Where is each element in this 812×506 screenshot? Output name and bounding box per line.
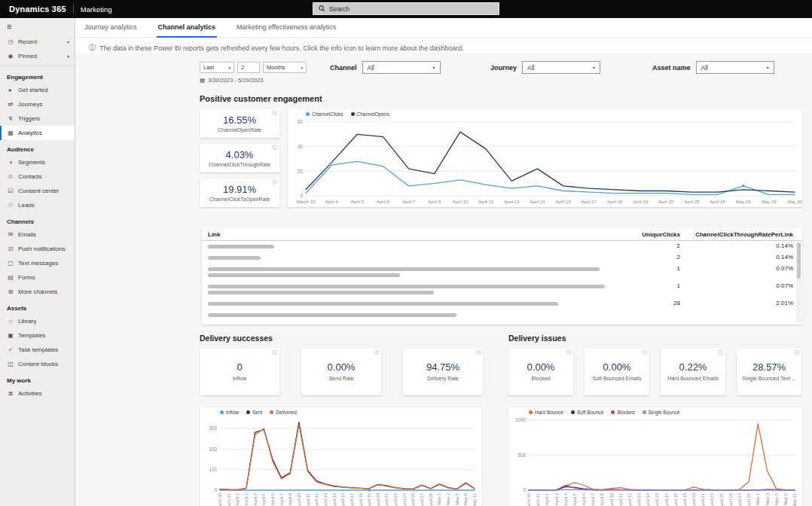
svg-text:April 21: April 21 [384, 493, 389, 506]
kpi-label: Inflow [230, 376, 249, 383]
link-cell[interactable] [208, 300, 612, 308]
sidebar-collapse-button[interactable]: ≡ [0, 18, 75, 35]
link-cell[interactable] [208, 282, 612, 297]
link-cell[interactable] [208, 242, 612, 251]
sidebar-item-consent-center[interactable]: ☑Consent center [0, 184, 75, 198]
legend-label: Soft Bounce [577, 410, 603, 415]
column-header-unique-clicks[interactable]: UniqueClicks [612, 231, 680, 238]
sidebar-item-content-blocks[interactable]: ◫Content blocks [0, 357, 75, 371]
info-icon[interactable]: ⓘ [273, 110, 278, 117]
svg-text:April 19: April 19 [633, 200, 649, 204]
asset-name-dropdown[interactable]: All ▾ [696, 61, 774, 74]
date-range-value-input[interactable] [237, 62, 260, 73]
sidebar-item-task-templates[interactable]: ✓Task templates [0, 343, 75, 357]
legend-item-inflow[interactable]: Inflow [220, 410, 239, 415]
sidebar-item-more-channels[interactable]: ⊞More channels [0, 285, 75, 299]
link-cell[interactable] [208, 265, 612, 279]
svg-text:April 26: April 26 [411, 493, 415, 506]
legend-item-channelclicks[interactable]: ChannelClicks [306, 111, 343, 117]
sidebar-item-emails[interactable]: ✉Emails [0, 227, 75, 242]
link-cell[interactable] [208, 311, 612, 319]
date-range-type-dropdown[interactable]: Last ▾ [200, 62, 234, 73]
tab-marketing-effectiveness-analytics[interactable]: Marketing effectiveness analytics [235, 23, 337, 38]
sidebar-item-analytics[interactable]: ▦Analytics [0, 126, 75, 140]
app-area-title[interactable]: Marketing [81, 5, 112, 14]
sidebar-item-get-started[interactable]: ▸Get started [0, 83, 75, 97]
sms-icon: ▢ [7, 260, 14, 267]
svg-text:April 6: April 6 [582, 493, 586, 505]
sidebar-item-contacts[interactable]: ☺Contacts [0, 169, 75, 184]
sidebar-item-label: Activities [18, 390, 42, 397]
templates-icon: ▣ [7, 332, 14, 339]
svg-text:April 14: April 14 [646, 492, 650, 506]
svg-text:0: 0 [214, 487, 217, 492]
legend-item-delivered[interactable]: Delivered [270, 410, 296, 415]
info-icon[interactable]: ⓘ [476, 349, 481, 356]
legend-swatch-icon [643, 410, 646, 414]
redacted-link-text [208, 273, 400, 277]
table-scrollbar[interactable] [796, 242, 801, 323]
info-icon[interactable]: ⓘ [566, 349, 572, 356]
app-title: Dynamics 365 [9, 5, 66, 14]
kpi-card-inflow: ⓘ 0 Inflow [200, 349, 279, 395]
legend-item-hard-bounce[interactable]: Hard Bounce [529, 410, 563, 415]
redacted-link-text [208, 267, 600, 271]
sidebar-item-pinned[interactable]: ◉Pinned▾ [0, 49, 75, 63]
column-header-link[interactable]: Link [208, 231, 612, 238]
svg-text:April 25: April 25 [719, 493, 724, 506]
sidebar-item-triggers[interactable]: ↯Triggers [0, 111, 75, 126]
date-range-unit-dropdown[interactable]: Months ▾ [263, 62, 307, 73]
legend-item-single-bounce[interactable]: Single Bounce [643, 410, 680, 415]
info-icon[interactable]: ⓘ [719, 349, 724, 356]
svg-text:April 20: April 20 [691, 493, 696, 506]
date-range-unit-value: Months [267, 64, 285, 71]
task-templates-icon: ✓ [7, 346, 14, 353]
channel-dropdown[interactable]: All ▾ [362, 61, 441, 74]
sidebar-item-text-messages[interactable]: ▢Text messages [0, 256, 75, 270]
svg-text:April 18: April 18 [359, 493, 363, 506]
legend-item-sent[interactable]: Sent [246, 410, 262, 415]
legend-swatch-icon [270, 410, 273, 414]
legend-item-blocked[interactable]: Blocked [611, 410, 634, 415]
svg-text:April 25: April 25 [402, 493, 407, 506]
info-icon[interactable]: ⓘ [89, 43, 96, 53]
svg-text:April 7: April 7 [402, 200, 416, 204]
info-icon[interactable]: ⓘ [374, 349, 380, 356]
sidebar-item-leads[interactable]: ☆Leads [0, 198, 75, 212]
global-search-box[interactable] [313, 2, 499, 15]
consent-icon: ☑ [7, 187, 14, 194]
svg-text:April 12: April 12 [504, 200, 520, 204]
sidebar-item-label: Emails [18, 231, 36, 238]
sidebar-item-push-notifications[interactable]: ⊡Push notifications [0, 242, 75, 256]
info-icon[interactable]: ⓘ [795, 349, 800, 356]
tab-journey-analytics[interactable]: Journey analytics [83, 23, 139, 38]
chevron-down-icon: ▾ [298, 66, 303, 70]
sidebar-item-forms[interactable]: ▤Forms [0, 270, 75, 285]
delivery-issues-line-chart: 05001000March 30March 31April 1April 3Ap… [508, 407, 802, 506]
kpi-value: 0.00% [328, 361, 356, 373]
table-scrollbar-thumb[interactable] [797, 242, 801, 279]
sidebar-item-journeys[interactable]: ⇄Journeys [0, 97, 75, 111]
tab-channel-analytics[interactable]: Channel analytics [157, 23, 218, 38]
search-input[interactable] [329, 5, 493, 13]
chart-legend: InflowSentDelivered [220, 410, 297, 415]
info-icon[interactable]: ⓘ [273, 145, 278, 151]
svg-text:May 19: May 19 [762, 200, 777, 204]
sidebar-item-segments[interactable]: ◑Segments [0, 155, 75, 169]
info-icon[interactable]: ⓘ [273, 349, 278, 356]
journey-dropdown[interactable]: All ▾ [522, 61, 600, 74]
legend-item-channelopens[interactable]: ChannelOpens [351, 111, 389, 117]
sidebar-item-templates[interactable]: ▣Templates [0, 328, 75, 343]
column-header-rate[interactable]: ChannelClickThroughRatePerLink [680, 231, 793, 238]
channel-filter: Channel All ▾ [330, 61, 441, 74]
info-icon[interactable]: ⓘ [643, 349, 648, 356]
kpi-label: Soft Bounced Emails [591, 376, 644, 383]
link-cell[interactable] [208, 254, 612, 262]
sidebar-section-header: My work [0, 371, 75, 386]
sidebar-item-library[interactable]: ⌂Library [0, 314, 75, 328]
legend-label: Hard Bounce [535, 410, 563, 415]
sidebar-item-activities[interactable]: ≣Activities [0, 386, 75, 401]
info-icon[interactable]: ⓘ [273, 179, 278, 186]
sidebar-item-recent[interactable]: ◷Recent▾ [0, 35, 75, 49]
legend-item-soft-bounce[interactable]: Soft Bounce [571, 410, 603, 415]
